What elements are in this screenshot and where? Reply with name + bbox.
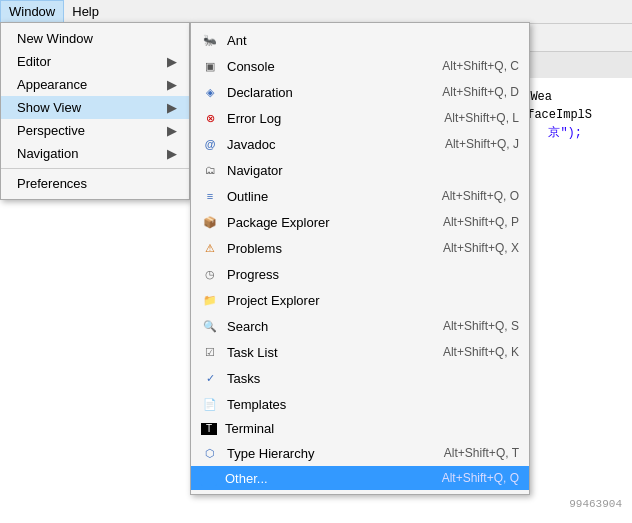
submenu-arrow-perspective: ▶ [167, 123, 177, 138]
sv-item-error-log[interactable]: ⊗ Error Log Alt+Shift+Q, L [191, 105, 529, 131]
sv-item-outline[interactable]: ≡ Outline Alt+Shift+Q, O [191, 183, 529, 209]
console-icon: ▣ [201, 57, 219, 75]
sv-item-terminal[interactable]: T Terminal [191, 417, 529, 440]
problems-icon: ⚠ [201, 239, 219, 257]
navigator-icon: 🗂 [201, 161, 219, 179]
sv-item-declaration[interactable]: ◈ Declaration Alt+Shift+Q, D [191, 79, 529, 105]
sv-item-task-list[interactable]: ☑ Task List Alt+Shift+Q, K [191, 339, 529, 365]
sv-label-project-explorer: Project Explorer [227, 293, 511, 308]
sv-item-package-explorer[interactable]: 📦 Package Explorer Alt+Shift+Q, P [191, 209, 529, 235]
menu-item-perspective[interactable]: Perspective ▶ [1, 119, 189, 142]
menubar: Window Help [0, 0, 632, 24]
menu-item-navigation[interactable]: Navigation ▶ [1, 142, 189, 165]
progress-icon: ◷ [201, 265, 219, 283]
sv-item-project-explorer[interactable]: 📁 Project Explorer [191, 287, 529, 313]
sv-shortcut-console: Alt+Shift+Q, C [442, 59, 519, 73]
outline-icon: ≡ [201, 187, 219, 205]
task-list-icon: ☑ [201, 343, 219, 361]
sv-shortcut-outline: Alt+Shift+Q, O [442, 189, 519, 203]
other-icon [201, 470, 217, 486]
line-number: 99463904 [569, 495, 622, 513]
submenu-arrow-show-view: ▶ [167, 100, 177, 115]
sv-label-problems: Problems [227, 241, 435, 256]
templates-icon: 📄 [201, 395, 219, 413]
menu-item-preferences[interactable]: Preferences [1, 172, 189, 195]
window-menu-item[interactable]: Window [0, 0, 64, 23]
sv-item-javadoc[interactable]: @ Javadoc Alt+Shift+Q, J [191, 131, 529, 157]
sv-shortcut-declaration: Alt+Shift+Q, D [442, 85, 519, 99]
menu-item-appearance[interactable]: Appearance ▶ [1, 73, 189, 96]
sv-item-progress[interactable]: ◷ Progress [191, 261, 529, 287]
project-explorer-icon: 📁 [201, 291, 219, 309]
sv-label-outline: Outline [227, 189, 434, 204]
error-log-icon: ⊗ [201, 109, 219, 127]
sv-item-console[interactable]: ▣ Console Alt+Shift+Q, C [191, 53, 529, 79]
sv-label-type-hierarchy: Type Hierarchy [227, 446, 436, 461]
tasks-icon: ✓ [201, 369, 219, 387]
declaration-icon: ◈ [201, 83, 219, 101]
sv-label-templates: Templates [227, 397, 511, 412]
search-icon: 🔍 [201, 317, 219, 335]
terminal-icon: T [201, 423, 217, 435]
sv-label-other: Other... [225, 471, 434, 486]
type-hierarchy-icon: ⬡ [201, 444, 219, 462]
sv-item-templates[interactable]: 📄 Templates [191, 391, 529, 417]
menu-separator [1, 168, 189, 169]
sv-shortcut-package-explorer: Alt+Shift+Q, P [443, 215, 519, 229]
ant-icon: 🐜 [201, 31, 219, 49]
javadoc-icon: @ [201, 135, 219, 153]
sv-shortcut-problems: Alt+Shift+Q, X [443, 241, 519, 255]
submenu-arrow-appearance: ▶ [167, 77, 177, 92]
sv-shortcut-javadoc: Alt+Shift+Q, J [445, 137, 519, 151]
sv-shortcut-error-log: Alt+Shift+Q, L [444, 111, 519, 125]
sv-label-search: Search [227, 319, 435, 334]
sv-item-type-hierarchy[interactable]: ⬡ Type Hierarchy Alt+Shift+Q, T [191, 440, 529, 466]
help-menu-item[interactable]: Help [64, 0, 107, 23]
sv-item-ant[interactable]: 🐜 Ant [191, 27, 529, 53]
sv-shortcut-task-list: Alt+Shift+Q, K [443, 345, 519, 359]
menu-item-editor[interactable]: Editor ▶ [1, 50, 189, 73]
sv-item-tasks[interactable]: ✓ Tasks [191, 365, 529, 391]
package-explorer-icon: 📦 [201, 213, 219, 231]
sv-label-ant: Ant [227, 33, 511, 48]
sv-label-task-list: Task List [227, 345, 435, 360]
sv-item-search[interactable]: 🔍 Search Alt+Shift+Q, S [191, 313, 529, 339]
sv-label-progress: Progress [227, 267, 511, 282]
submenu-arrow-navigation: ▶ [167, 146, 177, 161]
sv-label-declaration: Declaration [227, 85, 434, 100]
window-dropdown-menu: New Window Editor ▶ Appearance ▶ Show Vi… [0, 22, 190, 200]
show-view-submenu: 🐜 Ant ▣ Console Alt+Shift+Q, C ◈ Declara… [190, 22, 530, 495]
menu-item-new-window[interactable]: New Window [1, 27, 189, 50]
sv-shortcut-type-hierarchy: Alt+Shift+Q, T [444, 446, 519, 460]
sv-label-javadoc: Javadoc [227, 137, 437, 152]
sv-label-navigator: Navigator [227, 163, 511, 178]
sv-shortcut-search: Alt+Shift+Q, S [443, 319, 519, 333]
sv-label-console: Console [227, 59, 434, 74]
sv-item-navigator[interactable]: 🗂 Navigator [191, 157, 529, 183]
sv-shortcut-other: Alt+Shift+Q, Q [442, 471, 519, 485]
sv-label-error-log: Error Log [227, 111, 436, 126]
sv-label-terminal: Terminal [225, 421, 511, 436]
menu-item-show-view[interactable]: Show View ▶ [1, 96, 189, 119]
submenu-arrow-editor: ▶ [167, 54, 177, 69]
sv-item-other[interactable]: Other... Alt+Shift+Q, Q [191, 466, 529, 490]
sv-label-package-explorer: Package Explorer [227, 215, 435, 230]
sv-label-tasks: Tasks [227, 371, 511, 386]
sv-item-problems[interactable]: ⚠ Problems Alt+Shift+Q, X [191, 235, 529, 261]
